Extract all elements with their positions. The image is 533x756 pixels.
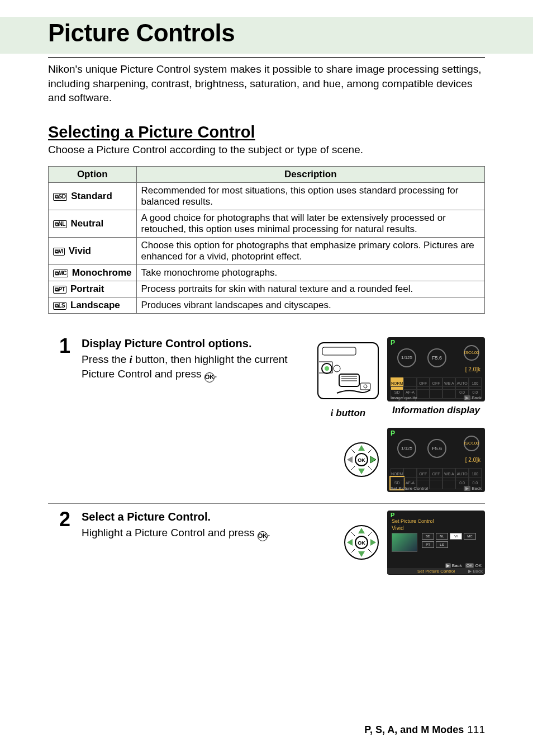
- option-desc: Process portraits for skin with natural …: [136, 281, 484, 297]
- option-desc: Recommended for most situations, this op…: [136, 182, 484, 210]
- mode-indicator: P: [391, 339, 395, 347]
- title-banner: Picture Controls: [0, 17, 533, 54]
- table-row: ⧉LS Landscape Produces vibrant landscape…: [49, 297, 485, 313]
- option-name: Portrait: [70, 284, 104, 294]
- svg-line-19: [368, 450, 372, 453]
- option-name: Standard: [71, 191, 112, 201]
- page-footer: P, S, A, and M Modes111: [364, 724, 485, 736]
- set-picture-control-display: P Set Picture Control Vivid SD NL VI MC …: [387, 511, 485, 575]
- svg-line-21: [368, 466, 372, 470]
- svg-marker-14: [358, 445, 365, 451]
- option-name: Neutral: [71, 218, 104, 229]
- svg-marker-17: [370, 456, 376, 463]
- ok-button-glyph: OK: [258, 531, 268, 541]
- step-title: Display Picture Control options.: [82, 337, 306, 350]
- svg-rect-5: [339, 374, 359, 386]
- info-display-1: P 1/125 F5.6 ISO100 [ 2.0]k NORMOFFOFFWB…: [387, 337, 485, 401]
- picture-control-table: Option Description ⧉SD Standard Recommen…: [48, 166, 485, 314]
- pc-icon: ⧉VI: [53, 248, 65, 256]
- svg-line-30: [368, 532, 372, 536]
- pc-icon: ⧉LS: [53, 302, 66, 310]
- svg-point-3: [325, 366, 329, 371]
- svg-marker-25: [358, 528, 365, 533]
- svg-line-31: [351, 549, 355, 552]
- th-option: Option: [49, 166, 137, 182]
- multi-selector-icon: OK: [344, 442, 379, 478]
- step-1: 1 Display Picture Control options. Press…: [48, 330, 485, 503]
- step-body: Press the i button, then highlight the c…: [82, 352, 306, 382]
- svg-line-29: [351, 532, 355, 536]
- footer-page-number: 111: [467, 724, 485, 735]
- option-desc: Choose this option for photographs that …: [136, 237, 484, 264]
- th-description: Description: [136, 166, 484, 182]
- step-title: Select a Picture Control.: [82, 511, 332, 523]
- step-figures: i button P 1/125 F5.6 ISO100 [ 2.0]k NOR…: [317, 337, 485, 492]
- svg-rect-1: [322, 347, 356, 355]
- lcd-title: Set Picture Control: [392, 518, 434, 524]
- svg-line-32: [368, 549, 372, 552]
- section-heading: Selecting a Picture Control: [48, 123, 485, 141]
- svg-marker-28: [370, 539, 376, 546]
- step-number: 2: [54, 509, 70, 575]
- page-title: Picture Controls: [48, 19, 485, 47]
- pc-icon: ⧉MC: [53, 270, 68, 277]
- option-desc: A good choice for photographs that will …: [136, 210, 484, 237]
- info-display-2: P 1/125 F5.6 ISO100 [ 2.0]k NORMOFFOFFWB…: [387, 428, 485, 492]
- title-rule: [48, 57, 485, 58]
- figure-caption-i-button: i button: [331, 408, 365, 419]
- svg-text:OK: OK: [358, 540, 365, 546]
- multi-selector-icon: OK: [344, 525, 379, 560]
- section-intro: Choose a Picture Control according to th…: [48, 144, 485, 156]
- svg-line-20: [351, 466, 355, 470]
- step-2: 2 Select a Picture Control. Highlight a …: [48, 503, 485, 586]
- svg-rect-9: [360, 383, 370, 390]
- table-row: ⧉PT Portrait Process portraits for skin …: [49, 281, 485, 297]
- svg-point-10: [364, 385, 367, 388]
- option-name: Landscape: [70, 300, 120, 310]
- step-number: 1: [54, 336, 70, 492]
- svg-line-18: [351, 450, 355, 453]
- lcd-selected-name: Vivid: [392, 525, 404, 531]
- table-row: ⧉MC Monochrome Take monochrome photograp…: [49, 264, 485, 281]
- manual-page: Picture Controls Nikon's unique Picture …: [0, 0, 533, 756]
- table-row: ⧉SD Standard Recommended for most situat…: [49, 182, 485, 210]
- table-row: ⧉VI Vivid Choose this option for photogr…: [49, 237, 485, 264]
- table-row: ⧉NL Neutral A good choice for photograph…: [49, 210, 485, 237]
- svg-text:OK: OK: [358, 457, 365, 463]
- footer-section: P, S, A, and M Modes: [364, 724, 464, 735]
- preview-thumbnail: [392, 533, 417, 552]
- ok-button-glyph: OK: [204, 372, 215, 382]
- svg-marker-16: [347, 456, 353, 463]
- option-desc: Produces vibrant landscapes and cityscap…: [136, 297, 484, 313]
- option-desc: Take monochrome photographs.: [136, 264, 484, 281]
- svg-marker-27: [347, 539, 353, 546]
- svg-marker-15: [358, 469, 365, 474]
- svg-point-4: [334, 365, 340, 372]
- option-name: Vivid: [69, 245, 91, 256]
- svg-marker-26: [358, 551, 365, 557]
- pc-icon: ⧉PT: [53, 286, 66, 294]
- camera-back-illustration: [317, 337, 379, 404]
- pc-icon: ⧉SD: [53, 193, 67, 201]
- step-body: Highlight a Picture Control and press OK…: [82, 526, 332, 541]
- intro-paragraph: Nikon's unique Picture Control system ma…: [48, 62, 485, 105]
- frames-remaining: [ 2.0]k: [465, 366, 480, 372]
- option-name: Monochrome: [72, 267, 132, 278]
- pc-chip-grid: SD NL VI MC PT LS: [422, 533, 480, 548]
- pc-icon: ⧉NL: [53, 220, 67, 228]
- steps-list: 1 Display Picture Control options. Press…: [48, 330, 485, 586]
- figure-caption-info-display: Information display: [392, 405, 480, 416]
